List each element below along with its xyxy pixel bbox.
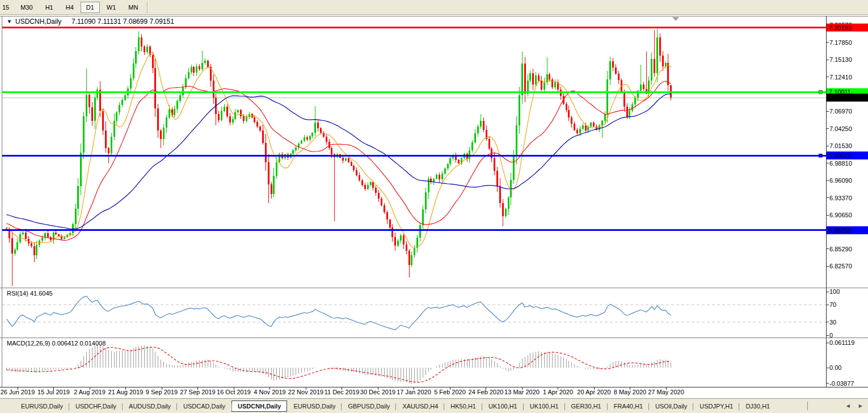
svg-text:6.98810: 6.98810	[829, 160, 852, 167]
svg-text:30: 30	[829, 319, 836, 326]
svg-text:7.04250: 7.04250	[829, 125, 852, 132]
chart-tab-eurusd-daily[interactable]: EURUSD,Daily	[287, 401, 342, 412]
svg-text:26 Jun 2019: 26 Jun 2019	[1, 389, 35, 395]
svg-text:16 Oct 2019: 16 Oct 2019	[217, 389, 251, 395]
svg-text:70: 70	[829, 301, 836, 308]
chart-title-ohlc: 7.11090 7.11131 7.08699 7.09151	[71, 18, 174, 26]
svg-text:27 May 2020: 27 May 2020	[648, 389, 684, 395]
macd-signal-line	[7, 347, 671, 382]
svg-text:6.85290: 6.85290	[829, 246, 852, 252]
ma-mid-line	[7, 81, 671, 241]
hline-handle-7.00029[interactable]	[819, 154, 822, 157]
svg-text:27 Sep 2019: 27 Sep 2019	[180, 389, 215, 395]
svg-text:100: 100	[829, 288, 840, 295]
svg-text:4 Nov 2019: 4 Nov 2019	[254, 389, 285, 395]
chart-tab-fra40-h1[interactable]: FRA40,H1	[608, 401, 649, 412]
rsi-panel-title: RSI(14) 41.6045	[7, 290, 53, 297]
svg-text:8 May 2020: 8 May 2020	[614, 389, 646, 395]
chart-tab-bar: EURUSD,DailyUSDCHF,DailyAUDUSD,DailyUSDC…	[0, 398, 868, 413]
svg-text:7.20193: 7.20193	[829, 24, 852, 31]
chart-tab-usoil-daily[interactable]: USOil,Daily	[649, 401, 693, 412]
chart-tab-usdchf-daily[interactable]: USDCHF,Daily	[69, 401, 123, 412]
svg-text:0.061119: 0.061119	[829, 339, 854, 346]
svg-text:11 Dec 2019: 11 Dec 2019	[325, 389, 360, 395]
chart-tab-audusd-daily[interactable]: AUDUSD,Daily	[123, 401, 177, 412]
svg-text:7.15130: 7.15130	[829, 56, 852, 63]
chart-tab-uk100-h1[interactable]: UK100,H1	[524, 401, 565, 412]
rsi-line	[7, 296, 671, 330]
chart-tab-dj30-h1[interactable]: DJ30,H1	[739, 401, 776, 412]
svg-text:6.82570: 6.82570	[829, 263, 852, 269]
svg-text:15 Jul 2019: 15 Jul 2019	[37, 389, 70, 395]
svg-text:1 Apr 2020: 1 Apr 2020	[543, 389, 573, 395]
svg-text:6.93370: 6.93370	[829, 195, 852, 201]
svg-text:7.09151: 7.09151	[829, 94, 852, 101]
svg-text:-0.03877: -0.03877	[829, 380, 854, 387]
svg-text:30 Dec 2019: 30 Dec 2019	[360, 389, 395, 395]
chart-tab-uk100-h1[interactable]: UK100,H1	[482, 401, 524, 412]
chart-title-symbol: USDCNH,Daily	[15, 18, 61, 26]
svg-text:17 Jan 2020: 17 Jan 2020	[397, 389, 431, 395]
chart-tab-ger30-h1[interactable]: GER30,H1	[565, 401, 608, 412]
price-badge-7.09151: 7.09151	[827, 94, 868, 102]
price-badge-7.20193: 7.20193	[827, 24, 868, 32]
price-badge-6.88250: 6.88250	[827, 226, 868, 234]
price-badge-7.00029: 7.00029	[827, 151, 868, 159]
svg-text:21 Aug 2019: 21 Aug 2019	[108, 389, 144, 395]
macd-histogram	[7, 344, 671, 383]
svg-text:2 Aug 2019: 2 Aug 2019	[74, 389, 106, 395]
svg-text:6.88250: 6.88250	[829, 227, 852, 234]
svg-text:6.90650: 6.90650	[829, 212, 852, 218]
svg-text:13 Mar 2020: 13 Mar 2020	[504, 389, 540, 395]
chart-dropdown-icon[interactable]: ▼	[7, 19, 12, 24]
svg-text:7.17850: 7.17850	[829, 39, 852, 46]
svg-text:5 Feb 2020: 5 Feb 2020	[434, 389, 466, 395]
svg-text:0.00: 0.00	[829, 364, 841, 371]
svg-text:24 Feb 2020: 24 Feb 2020	[469, 389, 504, 395]
svg-text:0: 0	[829, 332, 833, 339]
chart-tab-usdcad-daily[interactable]: USDCAD,Daily	[177, 401, 231, 412]
chart-tab-hk50-h1[interactable]: HK50,H1	[444, 401, 482, 412]
tab-scroll-right-icon[interactable]: ▶	[859, 403, 862, 408]
svg-text:22 Nov 2019: 22 Nov 2019	[288, 389, 323, 395]
svg-text:6.96090: 6.96090	[829, 177, 852, 184]
hline-handle-7.10011[interactable]	[819, 90, 822, 94]
chart-tab-usdcnh-daily[interactable]: USDCNH,Daily	[231, 401, 287, 412]
svg-text:7.01530: 7.01530	[829, 142, 852, 149]
ma-fast-line	[7, 53, 671, 248]
svg-text:7.06970: 7.06970	[829, 108, 852, 115]
candlestick-series	[6, 29, 672, 286]
chart-tab-eurusd-daily[interactable]: EURUSD,Daily	[15, 401, 69, 412]
svg-text:7.00029: 7.00029	[829, 152, 852, 159]
latest-bar-marker-icon	[672, 17, 679, 21]
tabbar-divider	[807, 402, 808, 410]
chart-frame	[0, 16, 868, 387]
svg-text:9 Sep 2019: 9 Sep 2019	[146, 389, 178, 395]
chart-tab-gbpusd-daily[interactable]: GBPUSD,Daily	[342, 401, 396, 412]
svg-text:20 Apr 2020: 20 Apr 2020	[577, 389, 610, 395]
chart-canvas[interactable]: 7.205707.178507.151307.124107.069707.042…	[0, 0, 868, 398]
macd-panel-title: MACD(12,26,9) 0.006412 0.014008	[7, 340, 106, 347]
macd-axis[interactable]: 0.0611190.00-0.03877	[826, 339, 854, 387]
tab-scroll-left-icon[interactable]: ◀	[846, 403, 850, 408]
chart-tab-xauusd-h4[interactable]: XAUUSD,H4	[396, 401, 444, 412]
svg-text:7.12410: 7.12410	[829, 74, 852, 81]
rsi-axis[interactable]: 10070300	[826, 288, 840, 339]
tab-scroll-nav: ◀▶	[807, 402, 868, 410]
time-axis[interactable]: 26 Jun 201915 Jul 20192 Aug 201921 Aug 2…	[1, 387, 684, 395]
chart-tab-usdjpy-h1[interactable]: USDJPY,H1	[693, 401, 739, 412]
